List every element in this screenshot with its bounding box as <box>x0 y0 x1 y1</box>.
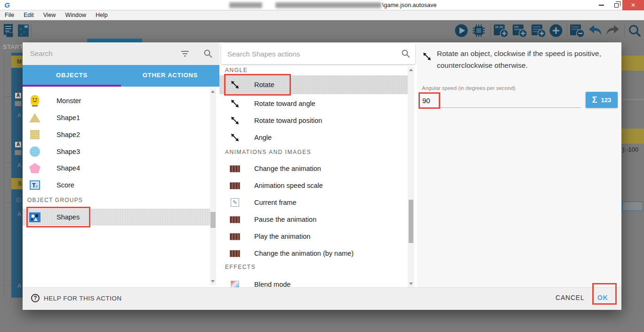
action-label: Change the animation (by name) <box>254 250 354 257</box>
scroll-up-icon[interactable] <box>409 69 413 71</box>
rotate-icon <box>229 132 241 143</box>
gdevelop-logo-icon: G <box>3 1 11 9</box>
object-name: Shape4 <box>56 164 80 172</box>
expression-fragment: ):-100 <box>622 146 638 153</box>
menu-window[interactable]: Window <box>61 10 91 20</box>
scroll-down-icon[interactable] <box>211 280 215 283</box>
actions-scrollbar[interactable] <box>408 67 414 288</box>
help-link[interactable]: HELP FOR THIS ACTION <box>44 295 122 302</box>
action-label: Pause the animation <box>254 216 316 223</box>
comment-event-right <box>621 129 644 144</box>
scroll-up-icon[interactable] <box>211 90 215 93</box>
cancel-button[interactable]: CANCEL <box>555 294 585 301</box>
events-tab-label: START <box>3 43 24 50</box>
search-icon[interactable] <box>401 49 411 60</box>
action-item-rotate-toward-angle[interactable]: Rotate toward angle <box>219 95 408 112</box>
object-name: Score <box>56 181 74 189</box>
rotate-icon <box>421 51 433 64</box>
action-chip-gray <box>15 150 22 155</box>
selected-field-outline <box>622 202 643 211</box>
objects-scrollbar[interactable] <box>210 89 216 285</box>
sigma-icon: Σ <box>592 95 597 105</box>
list-item-shape3[interactable]: Shape3 <box>23 143 210 160</box>
param-label: Angular speed (in degrees per second) <box>422 85 515 91</box>
scrollbar-thumb[interactable] <box>409 200 413 243</box>
list-item-score[interactable]: Tx Score <box>23 177 210 194</box>
action-item-pause-animation[interactable]: Pause the animation <box>219 211 408 228</box>
scrollbar-thumb[interactable] <box>210 212 216 228</box>
list-item-shape1[interactable]: Shape1 <box>23 109 210 126</box>
toolbar-separator <box>31 24 32 38</box>
close-button[interactable]: ✕ <box>622 0 644 10</box>
add-event-icon[interactable] <box>512 24 527 40</box>
action-item-current-frame[interactable]: ✎ Current frame <box>219 194 408 211</box>
event-tree-line <box>4 54 4 297</box>
minimize-button[interactable] <box>594 0 608 10</box>
list-item-group-shapes[interactable]: Shapes <box>23 209 210 226</box>
action-chip-gray <box>15 101 22 106</box>
delete-event-icon[interactable] <box>570 24 585 40</box>
action-label: Rotate toward angle <box>254 100 315 107</box>
help-icon[interactable]: ? <box>31 294 40 302</box>
object-tabs: OBJECTS OTHER ACTIONS <box>23 65 219 87</box>
event-connector <box>4 202 11 203</box>
ok-button[interactable]: OK <box>597 294 608 301</box>
action-label: Play the animation <box>254 233 310 240</box>
action-item-change-animation[interactable]: Change the animation <box>219 160 408 177</box>
action-label: Animation speed scale <box>254 182 323 189</box>
add-circle-icon[interactable] <box>549 24 563 40</box>
angular-speed-input[interactable] <box>422 94 578 106</box>
play-icon[interactable] <box>454 24 468 40</box>
comment-fragment: M <box>17 58 22 65</box>
event-connector <box>4 97 11 97</box>
add-comment-icon[interactable] <box>531 24 546 40</box>
search-icon[interactable] <box>203 49 213 60</box>
list-item-monster[interactable]: Monster <box>23 92 210 109</box>
rotate-icon <box>229 115 241 126</box>
object-name: Shape1 <box>56 114 80 121</box>
tab-other-actions[interactable]: OTHER ACTIONS <box>121 65 219 87</box>
action-item-animation-speed-scale[interactable]: Animation speed scale <box>219 177 408 194</box>
comment-event-right <box>621 56 644 71</box>
menu-file[interactable]: File <box>0 10 19 20</box>
redo-icon[interactable] <box>605 24 620 40</box>
action-chip: A <box>15 92 22 99</box>
scroll-down-icon[interactable] <box>409 283 413 285</box>
action-item-rotate-toward-position[interactable]: Rotate toward position <box>219 112 408 129</box>
filter-icon[interactable] <box>180 50 190 59</box>
active-tab-indicator <box>23 85 121 87</box>
film-strip-icon <box>229 165 241 172</box>
object-name: Shape2 <box>56 131 80 138</box>
restore-button[interactable] <box>609 0 623 10</box>
toolbar-separator <box>624 24 625 38</box>
undo-icon[interactable] <box>588 24 603 40</box>
object-search-input[interactable]: Search <box>30 49 53 57</box>
list-item-shape2[interactable]: Shape2 <box>23 126 210 143</box>
square-icon <box>28 130 41 139</box>
action-description: Rotate an object, clockwise if the speed… <box>437 48 620 71</box>
action-item-angle[interactable]: Angle <box>219 129 408 146</box>
menu-view[interactable]: View <box>39 10 61 20</box>
rotate-icon <box>229 80 241 90</box>
film-strip-icon <box>229 250 241 257</box>
project-manager-icon[interactable] <box>3 24 16 40</box>
film-strip-icon <box>229 182 241 189</box>
rotate-icon <box>229 98 241 109</box>
actions-search-input[interactable]: Search Shapes actions <box>227 50 300 58</box>
action-item-play-animation[interactable]: Play the animation <box>219 228 408 245</box>
expression-editor-button[interactable]: Σ 123 <box>586 92 618 108</box>
action-item-rotate[interactable]: Rotate <box>219 75 408 94</box>
menu-edit[interactable]: Edit <box>19 10 39 20</box>
menu-help[interactable]: Help <box>91 10 113 20</box>
debug-icon[interactable] <box>472 24 486 40</box>
redacted-title-text <box>275 2 381 8</box>
monster-icon <box>28 95 41 107</box>
event-conditions-column <box>11 53 23 298</box>
action-item-change-animation-by-name[interactable]: Change the animation (by name) <box>219 245 408 262</box>
list-item-shape4[interactable]: Shape4 <box>23 160 210 177</box>
action-label: Change the animation <box>254 165 321 172</box>
tab-objects[interactable]: OBJECTS <box>23 65 121 87</box>
search-icon[interactable] <box>628 24 641 39</box>
scene-editor-icon[interactable] <box>17 24 30 40</box>
add-sub-event-icon[interactable] <box>493 24 508 40</box>
